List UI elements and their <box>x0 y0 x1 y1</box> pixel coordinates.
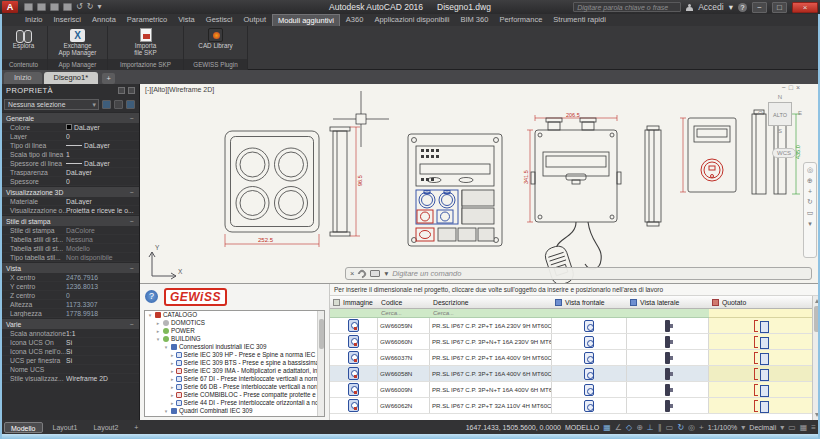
file-tab-disegno1[interactable]: Disegno1* <box>44 72 99 84</box>
ortho-toggle-icon[interactable]: ◇ <box>626 422 632 433</box>
tab-inserisci[interactable]: Inserisci <box>49 14 87 26</box>
tree-node-catalogo[interactable]: ▾CATALOGO <box>145 311 324 319</box>
prop-row[interactable]: MaterialeDaLayer <box>0 197 139 206</box>
tab-gestisci[interactable]: Gestisci <box>201 14 238 26</box>
qat-dropdown-icon[interactable]: ▾ <box>97 3 101 11</box>
tree-node-power[interactable]: ▸POWER <box>145 327 324 335</box>
prop-row[interactable]: Scala tipo di linea1 <box>0 150 139 159</box>
tab-a360[interactable]: A360 <box>341 14 369 26</box>
column-header-codice[interactable]: Codice <box>378 296 430 309</box>
viewcube-south[interactable]: S <box>758 128 802 134</box>
table-row[interactable] <box>709 350 812 366</box>
prop-row[interactable]: Icona UCS nell'o...Sì <box>0 347 139 356</box>
clean-screen-icon[interactable]: ▦ <box>800 422 808 433</box>
sign-in-button[interactable]: Accedi <box>698 2 724 12</box>
drawing-restore-icon[interactable]: □ <box>789 84 793 91</box>
table-row[interactable] <box>552 382 627 398</box>
nav-orbit-icon[interactable]: ↻ <box>807 198 813 206</box>
table-row[interactable] <box>709 318 812 334</box>
nav-wheel-icon[interactable]: ◎ <box>807 166 813 174</box>
tab-bim360[interactable]: BIM 360 <box>455 14 493 26</box>
table-row[interactable] <box>627 318 709 334</box>
snap-toggle-icon[interactable]: ∠ <box>615 422 622 433</box>
drawing-close-icon[interactable]: × <box>796 84 800 91</box>
selection-dropdown[interactable]: Nessuna selezione ▾ <box>4 99 99 110</box>
prop-row[interactable]: Tabella stili di st...Modello <box>0 244 139 253</box>
prop-row[interactable]: Altezza1173.3307 <box>0 300 139 309</box>
table-row[interactable] <box>552 398 627 414</box>
cad-library-button[interactable]: CAD Library <box>184 26 247 59</box>
table-row-selected[interactable]: PR.SL IP67 C.P. 3P+T 16A 400V 6H MT60C <box>430 366 552 382</box>
minimize-button[interactable]: − <box>752 2 767 13</box>
column-header-vista-frontale[interactable]: Vista frontale <box>552 296 627 309</box>
table-row[interactable]: GW66060N <box>378 334 430 350</box>
tree-node-connessioni[interactable]: ▾Connessioni industriali IEC 309 <box>145 343 324 351</box>
prop-row[interactable]: Tipo tabella stil...Non disponibile <box>0 253 139 262</box>
tree-leaf[interactable]: ▸Serie 67 DI - Prese interbloccate verti… <box>145 375 324 383</box>
command-input[interactable]: Digitare un comando <box>392 269 461 278</box>
tab-layout1[interactable]: Layout1 <box>47 422 84 433</box>
quick-select-icon[interactable] <box>126 100 135 109</box>
filter-vista-frontale[interactable] <box>552 309 627 318</box>
open-file-icon[interactable] <box>37 3 46 11</box>
prop-row[interactable]: Visualizzazione o...Proietta e riceve le… <box>0 206 139 215</box>
table-row-selected[interactable] <box>552 366 627 382</box>
nav-motion-icon[interactable]: ▭ <box>807 209 814 217</box>
esplora-button[interactable]: Esplora <box>0 26 47 59</box>
plot-icon[interactable] <box>63 3 72 11</box>
tree-node-domotics[interactable]: ▸DOMOTICS <box>145 319 324 327</box>
table-row[interactable] <box>709 398 812 414</box>
table-row-selected[interactable] <box>627 366 709 382</box>
prop-row[interactable]: Tabella stili di st...Nessuna <box>0 235 139 244</box>
table-row[interactable] <box>330 382 378 398</box>
table-row[interactable] <box>709 334 812 350</box>
annotation-scale-dropdown[interactable]: 1:1/100% <box>708 424 738 431</box>
filter-immagine[interactable] <box>330 309 378 318</box>
command-close-icon[interactable]: × <box>350 269 354 278</box>
table-row[interactable]: PR.SL IP67 C.P. 3P+N+T 16A 230V 9H MT60C <box>430 334 552 350</box>
redo-icon[interactable]: ↻ <box>87 3 94 11</box>
save-icon[interactable] <box>50 3 59 11</box>
table-row[interactable] <box>627 350 709 366</box>
nav-zoom-icon[interactable]: + <box>808 188 812 195</box>
grid-toggle-icon[interactable]: ▦ <box>603 422 611 433</box>
table-row[interactable] <box>330 350 378 366</box>
table-row[interactable]: PR.SL IP67 C.P. 3P+N+T 16A 400V 6H MT60C <box>430 382 552 398</box>
lineweight-toggle-icon[interactable]: ▭ <box>666 422 674 433</box>
column-header-immagine[interactable]: Immagine <box>330 296 378 309</box>
gewiss-help-button[interactable]: ? <box>145 290 158 303</box>
recent-commands-icon[interactable]: ▾ <box>384 269 388 278</box>
nav-pan-icon[interactable]: ⊕ <box>807 177 813 185</box>
tab-layout2[interactable]: Layout2 <box>87 422 124 433</box>
section-vista[interactable]: Vista− <box>0 262 139 273</box>
prop-row[interactable]: Spessore0 <box>0 177 139 186</box>
drawing-canvas[interactable]: 252.5 96.5 <box>140 84 820 283</box>
polar-toggle-icon[interactable]: ⊕ <box>636 422 643 433</box>
table-row-selected[interactable]: GW66058N <box>378 366 430 382</box>
close-button[interactable]: × <box>792 2 818 13</box>
scale-dropdown-icon[interactable]: ▾ <box>741 422 745 433</box>
table-row[interactable] <box>552 318 627 334</box>
tab-applicazioni-disponibili[interactable]: Applicazioni disponibili <box>369 14 454 26</box>
tab-performance[interactable]: Performance <box>494 14 547 26</box>
prop-row[interactable]: Layer0 <box>0 132 139 141</box>
tree-scrollbar[interactable] <box>317 311 324 416</box>
tab-modello[interactable]: Modello <box>4 422 43 433</box>
table-row[interactable]: GW66059N <box>378 318 430 334</box>
tree-node-quadri[interactable]: ▾Quadri Combinati IEC 309 <box>145 407 324 415</box>
file-tab-inizio[interactable]: Inizio <box>4 72 42 84</box>
properties-pin-icon[interactable] <box>118 87 125 94</box>
tab-moduli-aggiuntivi[interactable]: Moduli aggiuntivi <box>272 14 340 26</box>
prop-row[interactable]: ColoreDaLayer <box>0 123 139 132</box>
filter-descrizione[interactable]: Cerca... <box>430 309 552 318</box>
customize-wrench-icon[interactable] <box>357 268 368 279</box>
transparency-toggle-icon[interactable]: ◎ <box>688 422 695 433</box>
prop-row[interactable]: TrasparenzaDaLayer <box>0 168 139 177</box>
prop-row[interactable]: X centro2476.7916 <box>0 273 139 282</box>
filter-vista-laterale[interactable] <box>627 309 709 318</box>
table-row[interactable] <box>709 382 812 398</box>
prop-row[interactable]: Nome UCS <box>0 365 139 374</box>
viewcube-east[interactable]: E <box>798 110 802 116</box>
section-visualizzazione-3d[interactable]: Visualizzazione 3D− <box>0 186 139 197</box>
exchange-app-manager-button[interactable]: X Exchange App Manager <box>48 26 107 59</box>
